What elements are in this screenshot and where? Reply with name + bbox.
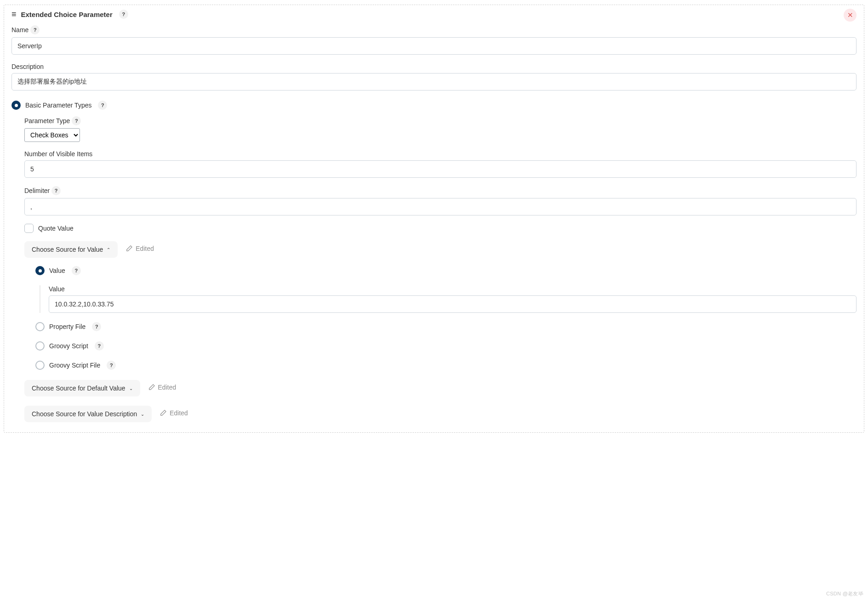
help-icon[interactable]: ? [51,186,61,195]
button-label: Choose Source for Value Description [32,410,137,418]
label-text: Number of Visible Items [24,150,92,158]
choose-source-default-button[interactable]: Choose Source for Default Value ⌄ [24,380,140,396]
drag-handle-icon[interactable]: ≡ [11,10,17,18]
help-icon[interactable]: ? [92,322,101,331]
radio-icon[interactable] [35,361,45,370]
pencil-icon [160,409,167,416]
button-label: Choose Source for Default Value [32,385,125,392]
label-text: Value [49,285,65,293]
pencil-icon [126,245,133,252]
field-visible-items: Number of Visible Items [24,150,857,178]
checkbox-quote-value[interactable]: Quote Value [24,224,857,233]
radio-label: Groovy Script [49,342,88,350]
help-icon[interactable]: ? [72,266,81,275]
radio-label: Property File [49,323,85,330]
edited-text: Edited [170,409,188,417]
description-input[interactable] [11,73,857,91]
parameter-type-label: Parameter Type ? [24,116,857,125]
source-value-row: Choose Source for Value ⌃ Edited [24,241,857,258]
field-name: Name ? [11,25,857,55]
panel-header: ≡ Extended Choice Parameter ? ✕ [11,10,857,19]
parameter-config-panel: ≡ Extended Choice Parameter ? ✕ Name ? D… [4,5,864,433]
radio-icon-selected[interactable] [35,266,45,275]
help-icon[interactable]: ? [95,341,104,351]
value-input[interactable] [49,295,857,313]
edited-indicator: Edited [148,384,176,391]
help-icon[interactable]: ? [119,10,128,19]
value-subsection: Value [40,285,857,313]
radio-groovy-script[interactable]: Groovy Script ? [35,341,857,351]
checkbox-label: Quote Value [38,225,74,232]
button-label: Choose Source for Value [32,246,103,253]
edited-indicator: Edited [126,245,154,252]
source-description-row: Choose Source for Value Description ⌄ Ed… [24,406,857,422]
field-delimiter: Delimiter ? [24,186,857,215]
chevron-up-icon: ⌃ [107,247,110,252]
description-label: Description [11,63,857,70]
choose-source-value-button[interactable]: Choose Source for Value ⌃ [24,241,118,258]
label-text: Name [11,26,28,34]
radio-groovy-script-file[interactable]: Groovy Script File ? [35,361,857,370]
help-icon[interactable]: ? [107,361,116,370]
radio-label: Basic Parameter Types [25,102,91,109]
help-icon[interactable]: ? [98,101,107,110]
edited-indicator: Edited [160,409,188,417]
edited-text: Edited [158,384,176,391]
chevron-down-icon: ⌄ [141,412,144,417]
field-description: Description [11,63,857,91]
label-text: Parameter Type [24,117,70,125]
parameter-type-select[interactable]: Check Boxes [24,128,80,142]
pencil-icon [148,384,155,391]
radio-icon[interactable] [35,322,45,331]
basic-types-section: Parameter Type ? Check Boxes Number of V… [11,116,857,422]
visible-items-label: Number of Visible Items [24,150,857,158]
name-input[interactable] [11,37,857,55]
field-parameter-type: Parameter Type ? Check Boxes [24,116,857,142]
help-icon[interactable]: ? [30,25,40,34]
radio-basic-parameter-types[interactable]: Basic Parameter Types ? [11,101,857,110]
delimiter-label: Delimiter ? [24,186,857,195]
radio-icon-selected[interactable] [11,101,21,110]
radio-icon[interactable] [35,341,45,351]
value-field-label: Value [49,285,857,293]
edited-text: Edited [136,245,154,252]
name-label: Name ? [11,25,857,34]
checkbox-icon[interactable] [24,224,34,233]
choose-source-description-button[interactable]: Choose Source for Value Description ⌄ [24,406,152,422]
label-text: Delimiter [24,187,50,194]
label-text: Description [11,63,44,70]
panel-title: Extended Choice Parameter [21,11,113,18]
visible-items-input[interactable] [24,160,857,178]
radio-property-file[interactable]: Property File ? [35,322,857,331]
delimiter-input[interactable] [24,198,857,215]
source-default-row: Choose Source for Default Value ⌄ Edited [24,380,857,396]
radio-label: Groovy Script File [49,362,100,369]
close-button[interactable]: ✕ [844,9,857,22]
source-value-options: Value ? Value Property File ? Groovy Scr… [35,266,857,370]
help-icon[interactable]: ? [72,116,81,125]
radio-value[interactable]: Value ? [35,266,857,275]
radio-label: Value [49,267,65,274]
chevron-down-icon: ⌄ [129,386,133,391]
